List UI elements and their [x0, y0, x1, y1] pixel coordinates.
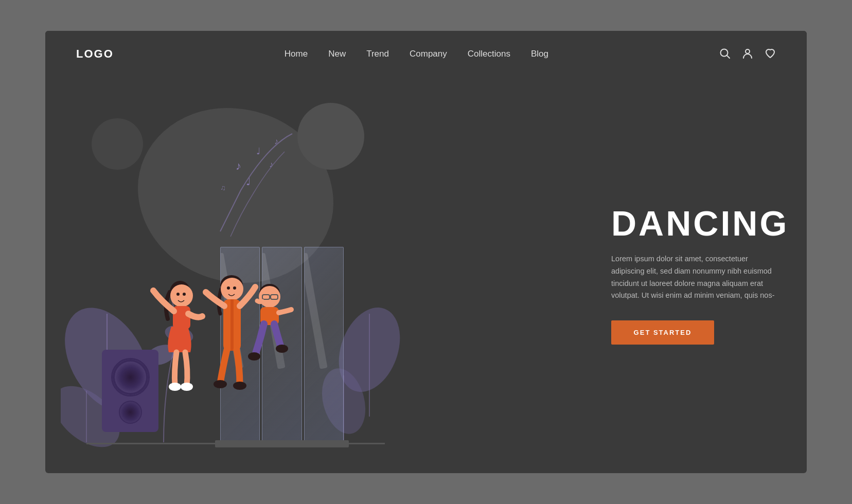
heart-icon[interactable] — [765, 48, 776, 61]
dancing-characters — [128, 257, 303, 442]
header-icons — [719, 48, 776, 61]
svg-point-22 — [183, 293, 186, 296]
hero-description: Lorem ipsum dolor sit amet, consectetuer… — [611, 253, 776, 302]
character-1 — [153, 281, 202, 391]
get-started-button[interactable]: GET STARTED — [611, 320, 714, 345]
header: LOGO Home New Trend Company Collections … — [45, 31, 807, 77]
svg-rect-31 — [230, 299, 234, 351]
logo[interactable]: LOGO — [76, 47, 114, 61]
svg-point-32 — [214, 380, 227, 388]
text-area: DANCING Lorem ipsum dolor sit amet, cons… — [601, 77, 807, 473]
nav-collections[interactable]: Collections — [468, 49, 510, 59]
svg-point-40 — [248, 352, 260, 361]
character-3 — [248, 284, 291, 361]
main-content: ♪ ♩ ♪ ♫ ♩ ♪ — [45, 77, 807, 473]
main-nav: Home New Trend Company Collections Blog — [285, 49, 548, 59]
search-icon[interactable] — [719, 48, 731, 61]
bg-blob-3 — [297, 103, 364, 170]
svg-point-29 — [233, 286, 236, 290]
nav-home[interactable]: Home — [285, 49, 308, 59]
mirror-panel-3 — [304, 247, 344, 442]
bg-blob-2 — [92, 118, 143, 170]
svg-line-1 — [726, 55, 730, 58]
nav-new[interactable]: New — [328, 49, 346, 59]
svg-point-41 — [276, 345, 288, 353]
nav-blog[interactable]: Blog — [531, 49, 548, 59]
page-wrapper: LOGO Home New Trend Company Collections … — [45, 31, 807, 473]
user-icon[interactable] — [742, 48, 753, 61]
svg-point-33 — [233, 382, 246, 390]
character-2 — [206, 275, 255, 390]
svg-point-27 — [221, 278, 243, 300]
svg-point-25 — [181, 383, 193, 391]
svg-point-2 — [745, 49, 750, 53]
nav-company[interactable]: Company — [410, 49, 447, 59]
nav-trend[interactable]: Trend — [366, 49, 389, 59]
svg-point-24 — [169, 383, 181, 391]
svg-point-21 — [176, 293, 180, 296]
svg-point-28 — [227, 286, 230, 290]
illustration-area: ♪ ♩ ♪ ♫ ♩ ♪ — [45, 77, 601, 473]
svg-point-20 — [170, 284, 193, 307]
hero-title: DANCING — [611, 206, 776, 241]
